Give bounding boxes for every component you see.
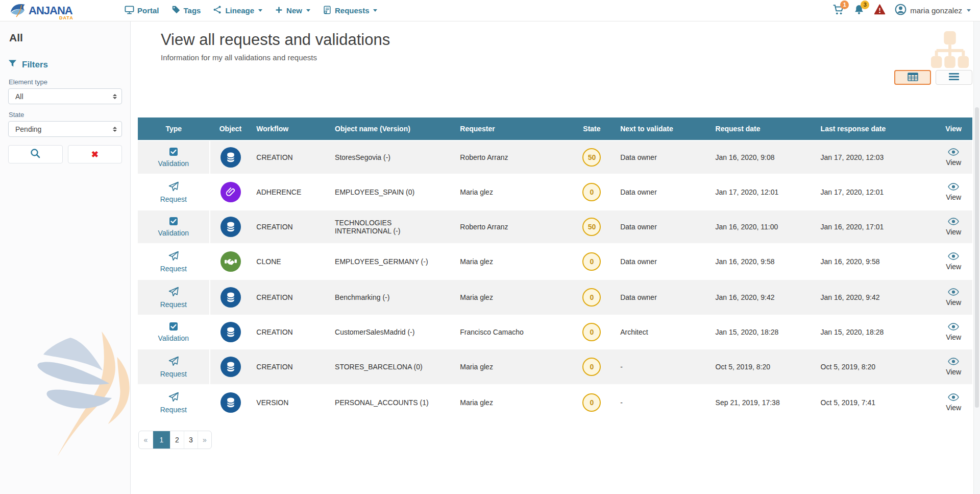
nav-portal[interactable]: Portal — [125, 5, 159, 16]
object-name-cell: PERSONAL_ACCOUNTS (1) — [330, 385, 455, 420]
next-to-validate-cell: Data owner — [615, 279, 710, 315]
pagination-page-1[interactable]: 1 — [153, 431, 170, 449]
view-button[interactable]: View — [946, 252, 961, 271]
next-to-validate-cell: Data owner — [615, 210, 710, 244]
state-badge: 0 — [582, 183, 601, 201]
notifications-button[interactable]: 3 — [853, 4, 865, 17]
request-date-cell: Jan 15, 2020, 18:28 — [710, 315, 816, 349]
clear-filters-button[interactable]: ✖ — [68, 145, 122, 163]
column-header: View — [935, 117, 972, 140]
sidebar-title: All — [9, 32, 122, 44]
paper-plane-icon — [168, 181, 179, 194]
state-badge: 0 — [582, 358, 601, 376]
state-cell: 0 — [569, 279, 616, 315]
request-date-cell: Oct 5, 2019, 8:20 — [710, 349, 816, 385]
last-response-date-cell: Oct 5, 2019, 8:20 — [816, 349, 935, 385]
nav-requests[interactable]: Requests — [323, 5, 378, 16]
state-cell: 0 — [569, 349, 616, 385]
object-name-cell: STORES_BARCELONA (0) — [330, 349, 455, 385]
nav-tags[interactable]: Tags — [172, 5, 201, 16]
search-button[interactable] — [8, 145, 63, 163]
view-cell: View — [935, 174, 972, 210]
filter-funnel-icon — [8, 59, 17, 70]
chevron-down-icon — [258, 9, 262, 12]
pagination-prev[interactable]: « — [139, 431, 153, 449]
last-response-date-cell: Oct 5, 2019, 7:41 — [816, 385, 935, 420]
view-label: View — [946, 333, 961, 341]
requester-cell: Maria glez — [455, 385, 568, 420]
state-select[interactable]: Pending — [8, 121, 122, 137]
view-label: View — [946, 298, 961, 307]
scrollbar-thumb[interactable] — [975, 107, 979, 408]
request-date-cell: Jan 16, 2020, 9:42 — [710, 279, 816, 315]
view-cell: View — [935, 385, 972, 420]
object-cell — [210, 315, 252, 349]
workflow-cell: CREATION — [251, 349, 330, 385]
state-cell: 50 — [569, 140, 616, 174]
handshake-icon — [220, 251, 241, 272]
requester-cell: Roberto Arranz — [455, 140, 568, 174]
pagination-next[interactable]: » — [198, 431, 211, 449]
state-badge: 0 — [582, 252, 601, 271]
eye-icon — [948, 218, 959, 227]
eye-icon — [948, 148, 959, 157]
app-logo[interactable]: ANJANA DATA — [9, 2, 125, 19]
pagination-page-2[interactable]: 2 — [170, 431, 184, 449]
nav-lineage[interactable]: Lineage — [213, 5, 262, 16]
table-row: ValidationCREATIONTECHNOLOGIES INTERNATI… — [138, 210, 972, 244]
request-type-cell: Request — [138, 385, 210, 420]
table-row: RequestCREATIONBenchmarking (-)Maria gle… — [138, 279, 972, 315]
column-header: Type — [138, 117, 210, 140]
requester-cell: Maria glez — [455, 349, 568, 385]
requester-cell: Maria glez — [455, 279, 568, 315]
request-type-cell: Validation — [138, 315, 210, 349]
view-button[interactable]: View — [946, 183, 961, 201]
column-header: State — [569, 117, 616, 140]
last-response-date-cell: Jan 16, 2020, 9:42 — [816, 279, 935, 315]
chevron-down-icon — [967, 9, 971, 12]
checkbox-checked-icon — [169, 217, 178, 227]
monitor-icon — [125, 5, 134, 16]
vertical-scrollbar[interactable] — [973, 21, 980, 494]
table-header-row: TypeObjectWorkflowObject name (Version)R… — [138, 117, 972, 140]
checkbox-checked-icon — [169, 147, 178, 158]
view-button[interactable]: View — [946, 358, 961, 376]
view-button[interactable]: View — [946, 323, 961, 341]
request-date-cell: Jan 17, 2020, 12:01 — [710, 174, 816, 210]
next-to-validate-cell: Data owner — [615, 174, 710, 210]
request-date-cell: Jan 16, 2020, 9:58 — [710, 244, 816, 279]
request-type-label: Validation — [158, 159, 189, 168]
view-cell: View — [935, 244, 972, 279]
view-button[interactable]: View — [946, 218, 961, 236]
view-button[interactable]: View — [946, 288, 961, 307]
pagination-page-3[interactable]: 3 — [184, 431, 198, 449]
list-view-button[interactable] — [936, 70, 972, 85]
table-view-button[interactable] — [894, 70, 931, 85]
nav-new[interactable]: New — [275, 6, 310, 16]
anjana-bird-icon — [9, 2, 27, 19]
top-navbar: ANJANA DATA Portal Tags Lineage New Requ… — [0, 0, 980, 21]
request-type-label: Validation — [158, 229, 189, 237]
last-response-date-cell: Jan 17, 2020, 12:01 — [816, 174, 935, 210]
object-name-cell: CustomerSalesMadrid (-) — [330, 315, 455, 349]
eye-icon — [948, 323, 959, 332]
cart-button[interactable]: 1 — [832, 4, 844, 17]
view-label: View — [946, 228, 961, 236]
alerts-button[interactable] — [874, 4, 886, 17]
view-toggles — [138, 70, 972, 85]
column-header: Workflow — [251, 117, 330, 140]
list-view-icon — [949, 73, 959, 82]
view-cell: View — [935, 315, 972, 349]
user-menu[interactable]: maria gonzalez — [895, 4, 971, 17]
workflow-cell: CREATION — [251, 140, 330, 174]
object-cell — [210, 385, 252, 420]
view-button[interactable]: View — [946, 393, 961, 412]
request-type-label: Request — [160, 300, 187, 309]
workflow-cell: CREATION — [251, 210, 330, 244]
view-button[interactable]: View — [946, 148, 961, 167]
object-name-cell: StoresSegovia (-) — [330, 140, 455, 174]
lineage-icon — [213, 5, 222, 16]
element-type-select[interactable]: All — [8, 88, 122, 104]
column-header: Object — [210, 117, 252, 140]
element-type-label: Element type — [9, 78, 122, 86]
